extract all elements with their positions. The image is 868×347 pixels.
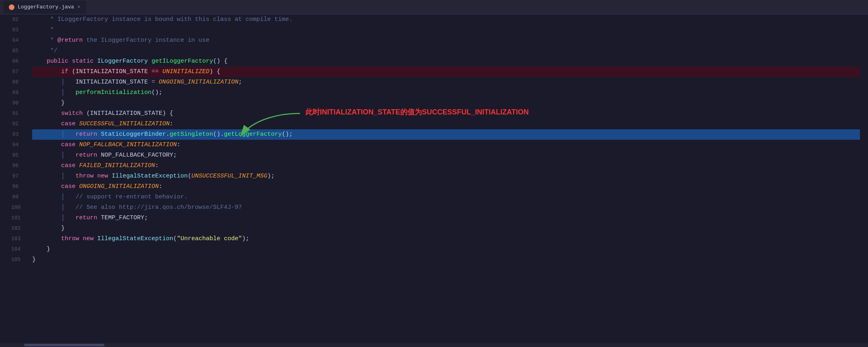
token <box>32 56 47 67</box>
token: */ <box>32 46 57 56</box>
tab-close-button[interactable]: × <box>77 4 80 10</box>
token: : <box>159 182 162 192</box>
annotation-arrow <box>217 109 309 141</box>
scrollbar-thumb[interactable] <box>24 344 104 346</box>
token <box>148 77 151 88</box>
token <box>148 67 151 77</box>
line-number: 89 <box>11 88 22 98</box>
token: = <box>151 77 155 88</box>
token: : <box>170 119 173 129</box>
token <box>159 67 162 77</box>
token <box>76 140 79 150</box>
code-line: throw new IllegalStateException("Unreach… <box>32 234 860 244</box>
line-number: 102 <box>11 223 22 234</box>
line-number: 95 <box>11 150 22 161</box>
code-line: │ return TEMP_FACTORY; <box>32 213 860 223</box>
line-number: 92 <box>11 119 22 129</box>
line-number: 82 <box>11 14 22 25</box>
code-line: * @return the ILoggerFactory instance in… <box>32 35 860 46</box>
token: ( <box>188 171 191 182</box>
token: if <box>61 67 68 77</box>
line-number: 100 <box>11 202 22 213</box>
token: ONGOING_INITIALIZATION <box>159 77 238 88</box>
line-number: 85 <box>11 46 22 56</box>
line-number: 97 <box>11 171 22 182</box>
token <box>76 161 79 171</box>
line-number: 91 <box>11 108 22 119</box>
line-number: 87 <box>11 67 22 77</box>
line-number: 94 <box>11 140 22 150</box>
token: │ <box>32 150 76 161</box>
token: case <box>61 182 76 192</box>
token <box>76 182 79 192</box>
token: } <box>32 223 65 234</box>
editor-container: LoggerFactory.java × 8283848586878889909… <box>0 0 868 347</box>
token: new <box>83 234 94 244</box>
token: ( <box>68 67 76 77</box>
line-numbers: 8283848586878889909192939495969798991001… <box>0 14 24 265</box>
token: case <box>61 119 76 129</box>
token: * ILoggerFactory instance is bound with … <box>32 14 293 25</box>
token: () { <box>213 56 227 67</box>
chinese-annotation: 此时INITIALIZATION_STATE的值为SUCCESSFUL_INIT… <box>305 107 529 117</box>
token <box>94 56 97 67</box>
token: . <box>166 129 170 140</box>
token <box>68 56 72 67</box>
line-number: 83 <box>11 25 22 35</box>
code-content[interactable]: * ILoggerFactory instance is bound with … <box>24 14 868 343</box>
token: getILoggerFactory <box>151 56 213 67</box>
token: } <box>32 244 50 255</box>
token: performInitialization <box>76 88 151 98</box>
token <box>32 108 61 119</box>
token <box>32 161 61 171</box>
token: ); <box>242 234 249 244</box>
line-number: 99 <box>11 192 22 202</box>
token: @return <box>57 35 83 46</box>
token: │ <box>32 171 76 182</box>
horizontal-scrollbar[interactable] <box>0 343 868 347</box>
token: getSingleton <box>170 129 213 140</box>
code-line: * <box>32 25 860 35</box>
token: return <box>76 213 97 223</box>
token: INITIALIZATION_STATE <box>76 77 148 88</box>
line-number: 105 <box>11 255 22 265</box>
token: INITIALIZATION_STATE <box>90 108 162 119</box>
token: IllegalStateException <box>112 171 188 182</box>
line-number: 88 <box>11 77 22 88</box>
code-line: │ return NOP_FALLBACK_FACTORY; <box>32 150 860 161</box>
token <box>148 56 151 67</box>
token: ); <box>267 171 274 182</box>
code-line: │ INITIALIZATION_STATE = ONGOING_INITIAL… <box>32 77 860 88</box>
token: (); <box>151 88 162 98</box>
editor-tab[interactable]: LoggerFactory.java × <box>3 1 86 14</box>
code-line: │ // See also http://jira.qos.ch/browse/… <box>32 202 860 213</box>
token: : <box>177 140 180 150</box>
token: : <box>155 161 159 171</box>
token <box>94 171 97 182</box>
token: ) { <box>162 108 173 119</box>
token: SUCCESSFUL_INITIALIZATION <box>79 119 170 129</box>
code-line: │ return StaticLoggerBinder.getSingleton… <box>32 129 860 140</box>
code-line: } <box>32 244 860 255</box>
token: ONGOING_INITIALIZATION <box>79 182 159 192</box>
token: instance <box>155 35 184 46</box>
token: new <box>97 171 108 182</box>
token: throw <box>76 171 94 182</box>
code-line: } <box>32 255 860 265</box>
token: } <box>32 255 36 265</box>
code-line: } <box>32 223 860 234</box>
code-line: │ // support re-entrant behavior. <box>32 192 860 202</box>
code-line: case FAILED_INITIALIZATION: <box>32 161 860 171</box>
token: return <box>76 150 97 161</box>
token: ( <box>83 108 90 119</box>
line-number: 103 <box>11 234 22 244</box>
tab-bar: LoggerFactory.java × <box>0 0 868 14</box>
java-file-icon <box>9 4 14 10</box>
line-number: 96 <box>11 161 22 171</box>
token: the ILoggerFactory <box>83 35 155 46</box>
token: static <box>72 56 94 67</box>
token: throw <box>61 234 79 244</box>
token: FAILED_INITIALIZATION <box>79 161 155 171</box>
token <box>32 234 61 244</box>
token: ILoggerFactory <box>97 56 148 67</box>
